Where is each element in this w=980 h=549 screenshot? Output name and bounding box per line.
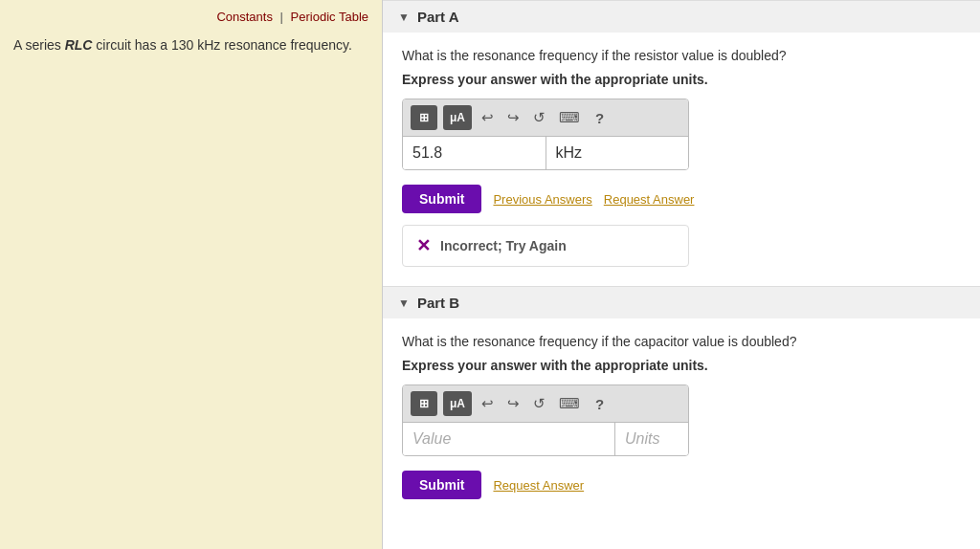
part-a-submit-button[interactable]: Submit [402,185,481,213]
main-content: ▼ Part A What is the resonance frequency… [383,0,980,549]
part-a-content: What is the resonance frequency if the r… [383,33,980,286]
part-a-previous-answers-button[interactable]: Previous Answers [493,192,591,207]
part-a-feedback-box: ✕ Incorrect; Try Again [402,225,689,267]
part-b-help-button[interactable]: ? [590,394,610,414]
mu-icon: μA [450,397,465,410]
part-b-grid-button[interactable]: ⊞ [411,391,437,416]
part-b-question: What is the resonance frequency if the c… [402,332,961,352]
incorrect-icon: ✕ [416,235,431,256]
part-a-refresh-button[interactable]: ↺ [529,107,549,128]
part-a-redo-button[interactable]: ↪ [503,107,523,128]
part-b-inputs [403,423,688,455]
part-b-units-input[interactable] [615,423,689,455]
part-b-keyboard-button[interactable]: ⌨ [555,393,584,414]
part-a-collapse-arrow[interactable]: ▼ [398,11,410,24]
part-a-request-answer-button[interactable]: Request Answer [604,192,695,207]
part-a-grid-button[interactable]: ⊞ [411,105,437,130]
part-b-content: What is the resonance frequency if the c… [383,318,980,518]
part-b-express: Express your answer with the appropriate… [402,358,961,373]
part-a-label: Part A [417,9,459,25]
part-a-keyboard-button[interactable]: ⌨ [555,107,584,128]
part-b-undo-button[interactable]: ↩ [478,393,498,414]
part-a-action-row: Submit Previous Answers Request Answer [402,185,961,213]
constants-link[interactable]: Constants [216,10,273,24]
part-b-answer-box: ⊞ μA ↩ ↪ ↺ ⌨ ? [402,384,689,456]
grid-icon: ⊞ [419,111,429,124]
mu-icon: μA [450,111,465,124]
problem-statement: A series RLC circuit has a 130 kHz reson… [13,35,368,55]
part-a-value-display: 51.8 [403,137,546,169]
part-a-undo-button[interactable]: ↩ [478,107,498,128]
part-a-mu-button[interactable]: μA [443,105,472,130]
part-a-question: What is the resonance frequency if the r… [402,46,961,66]
periodic-table-link[interactable]: Periodic Table [291,10,368,24]
part-b-action-row: Submit Request Answer [402,471,961,499]
part-b-submit-button[interactable]: Submit [402,471,481,499]
part-a-express: Express your answer with the appropriate… [402,72,961,87]
sidebar: Constants | Periodic Table A series RLC … [0,0,383,549]
part-a-units-display: kHz [546,137,689,169]
part-b-request-answer-button[interactable]: Request Answer [493,478,584,493]
part-b-label: Part B [417,295,459,311]
part-b-refresh-button[interactable]: ↺ [529,393,549,414]
part-b-section-header: ▼ Part B [383,286,980,318]
part-b-collapse-arrow[interactable]: ▼ [398,296,410,310]
part-a-inputs: 51.8 kHz [403,137,688,169]
part-b-redo-button[interactable]: ↪ [503,393,523,414]
part-b-value-input[interactable] [403,423,615,455]
header-separator: | [280,10,283,24]
part-a-help-button[interactable]: ? [590,108,610,128]
part-a-section-header: ▼ Part A [383,0,980,33]
feedback-text: Incorrect; Try Again [440,238,567,253]
part-a-toolbar: ⊞ μA ↩ ↪ ↺ ⌨ ? [403,99,688,137]
grid-icon: ⊞ [419,397,429,410]
part-b-toolbar: ⊞ μA ↩ ↪ ↺ ⌨ ? [403,385,688,423]
sidebar-header: Constants | Periodic Table [13,10,368,24]
part-b-mu-button[interactable]: μA [443,391,472,416]
part-a-answer-box: ⊞ μA ↩ ↪ ↺ ⌨ ? 51.8 kHz [402,99,689,170]
